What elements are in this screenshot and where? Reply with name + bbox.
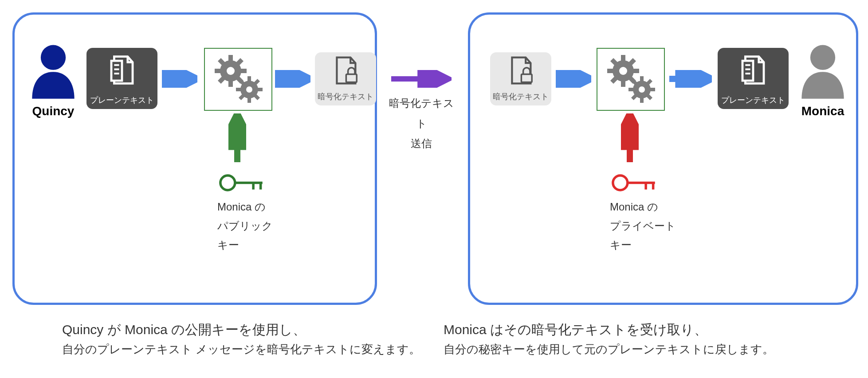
plaintext-label-left: プレーンテキスト — [90, 92, 154, 109]
sender-name: Quincy — [24, 104, 82, 118]
svg-rect-39 — [621, 81, 625, 87]
key-icon — [217, 171, 266, 195]
send-line1: 暗号化テキスト — [386, 93, 457, 133]
private-key — [608, 171, 661, 197]
right-caption: Monica はその暗号化テキストを受け取り、 自分の秘密キーを使用して元のプレ… — [444, 319, 860, 359]
gears-icon — [597, 49, 664, 110]
svg-rect-57 — [742, 61, 753, 81]
right-caption-top: Monica はその暗号化テキストを受け取り、 — [444, 322, 707, 337]
plaintext-tile-right: プレーンテキスト — [718, 48, 789, 109]
svg-rect-1 — [111, 61, 122, 81]
svg-rect-49 — [640, 97, 644, 103]
svg-rect-48 — [640, 76, 644, 82]
arrow-green-key — [228, 113, 246, 167]
svg-point-17 — [246, 86, 252, 93]
public-key-word: キー — [217, 235, 273, 254]
left-caption-top: Quincy が Monica の公開キーを使用し、 — [62, 322, 306, 337]
svg-point-47 — [639, 86, 645, 93]
document-icon — [104, 52, 140, 88]
svg-rect-11 — [240, 69, 247, 73]
svg-point-37 — [619, 67, 627, 75]
public-key-type: パブリック — [217, 216, 273, 235]
svg-rect-19 — [247, 97, 251, 103]
encrypt-gears — [204, 48, 272, 111]
public-key — [215, 171, 268, 197]
svg-rect-9 — [228, 81, 233, 87]
ciphertext-label-left: 暗号化テキスト — [318, 89, 373, 105]
send-line2: 送信 — [386, 133, 457, 154]
svg-rect-51 — [650, 88, 655, 91]
private-key-type: プライベート — [610, 216, 676, 235]
svg-rect-40 — [607, 69, 613, 73]
svg-rect-8 — [228, 55, 233, 61]
svg-rect-50 — [628, 88, 634, 91]
svg-rect-21 — [257, 88, 263, 91]
key-icon — [610, 171, 659, 195]
locked-document-icon — [330, 54, 361, 87]
svg-point-29 — [220, 175, 235, 190]
document-icon — [735, 52, 771, 88]
private-key-label: Monica の プライベート キー — [610, 197, 676, 255]
svg-rect-20 — [236, 88, 241, 91]
private-key-word: キー — [610, 235, 676, 254]
svg-point-61 — [810, 45, 835, 70]
public-key-owner: Monica の — [217, 197, 273, 216]
person-icon — [29, 42, 78, 100]
send-label: 暗号化テキスト 送信 — [386, 93, 457, 154]
arrow-blue-4 — [668, 70, 712, 88]
receiver-name: Monica — [794, 104, 852, 118]
arrow-red-key — [621, 113, 639, 167]
ciphertext-tile-left: 暗号化テキスト — [315, 52, 376, 105]
sender-person: Quincy — [24, 42, 82, 118]
public-key-label: Monica の パブリック キー — [217, 197, 273, 255]
svg-rect-10 — [215, 69, 221, 73]
person-icon — [798, 42, 847, 100]
gears-icon — [205, 49, 271, 110]
svg-rect-38 — [621, 55, 625, 61]
left-caption-bottom: 自分のプレーンテキスト メッセージを暗号化テキストに変えます。 — [62, 343, 420, 356]
right-caption-bottom: 自分の秘密キーを使用して元のプレーンテキストに戻します。 — [444, 343, 774, 356]
ciphertext-label-right: 暗号化テキスト — [493, 89, 549, 105]
arrow-purple-send — [389, 70, 452, 88]
plaintext-tile-left: プレーンテキスト — [86, 48, 157, 109]
svg-point-0 — [41, 45, 66, 70]
svg-point-63 — [613, 175, 628, 190]
arrow-blue-1 — [162, 70, 197, 88]
svg-rect-18 — [247, 76, 251, 82]
svg-rect-27 — [346, 74, 357, 82]
plaintext-label-right: プレーンテキスト — [721, 92, 785, 109]
diagram-stage: Quincy プレーンテキスト — [0, 0, 868, 378]
decrypt-gears — [597, 48, 665, 111]
left-caption: Quincy が Monica の公開キーを使用し、 自分のプレーンテキスト メ… — [62, 319, 426, 359]
receiver-person: Monica — [794, 42, 852, 118]
svg-rect-41 — [633, 69, 639, 73]
arrow-blue-2 — [275, 70, 310, 88]
locked-document-icon — [505, 54, 536, 87]
private-key-owner: Monica の — [610, 197, 676, 216]
svg-rect-34 — [521, 74, 532, 82]
svg-point-7 — [227, 67, 235, 75]
ciphertext-tile-right: 暗号化テキスト — [490, 52, 551, 105]
arrow-blue-3 — [556, 70, 591, 88]
